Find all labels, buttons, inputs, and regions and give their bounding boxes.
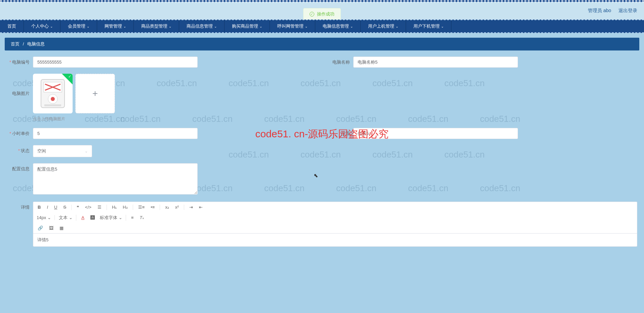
logout-link[interactable]: 退出登录	[618, 8, 637, 13]
upload-hint: 点击上传电脑图片	[33, 116, 198, 122]
chevron-down-icon: ⌄	[47, 215, 51, 220]
hour-price-label: 小时单价	[7, 128, 33, 137]
quote-button[interactable]: ❝	[76, 204, 80, 210]
ol-button[interactable]: ☰≡	[137, 204, 146, 210]
format-select[interactable]: 标准字体 ⌄	[100, 215, 126, 221]
breadcrumb-separator: /	[23, 41, 24, 46]
hour-price-input[interactable]	[33, 128, 198, 139]
header-bar: ✓ 操作成功 管理员 abo 退出登录	[0, 2, 644, 20]
nav-item-7[interactable]: 呼叫网管管理⌄	[270, 20, 315, 32]
status-value: 空闲	[37, 148, 46, 154]
chevron-down-icon: ⌄	[85, 149, 88, 153]
chevron-down-icon: ⌄	[87, 25, 89, 28]
svg-rect-6	[44, 104, 61, 106]
chevron-down-icon: ⌄	[123, 25, 126, 28]
computer-no-input[interactable]	[33, 57, 198, 68]
header-links: 管理员 abo 退出登录	[582, 8, 637, 14]
computer-name-input[interactable]	[353, 57, 518, 68]
bg-color-button[interactable]: 🅰	[89, 214, 96, 221]
toast-text: 操作成功	[317, 11, 334, 17]
indent-button[interactable]: ⇥	[188, 204, 194, 210]
svg-point-5	[51, 97, 55, 101]
h2-button[interactable]: H₂	[122, 204, 128, 210]
codeblock-button[interactable]: ☰	[96, 204, 103, 210]
font-size-select[interactable]: 14px ⌄	[37, 215, 55, 220]
main-nav: 首页个人中心⌄会员管理⌄网管管理⌄商品类型管理⌄商品信息管理⌄购买商品管理⌄呼叫…	[0, 20, 644, 33]
computer-image-label: 电脑图片	[7, 74, 33, 97]
status-label: 状态	[7, 145, 33, 154]
breadcrumb: 首页 / 电脑信息	[5, 38, 639, 50]
chevron-down-icon: ⌄	[50, 25, 53, 28]
font-family-select[interactable]: 文本 ⌄	[59, 215, 76, 221]
subscript-button[interactable]: x₂	[164, 204, 170, 210]
nav-item-3[interactable]: 网管管理⌄	[97, 20, 134, 32]
status-select[interactable]: 空闲 ⌄	[33, 145, 92, 157]
nav-item-8[interactable]: 电脑信息管理⌄	[315, 20, 361, 32]
chevron-down-icon: ⌄	[441, 25, 444, 28]
check-icon: ✓	[68, 74, 71, 79]
italic-button[interactable]: I	[46, 204, 49, 210]
success-check-icon: ✓	[310, 12, 314, 16]
form: 电脑编号 电脑名称 电脑图片 ✓	[5, 57, 639, 247]
computer-name-label: 电脑名称	[327, 57, 353, 65]
success-toast: ✓ 操作成功	[303, 8, 341, 20]
config-info-textarea[interactable]: 配置信息5	[33, 163, 198, 195]
nav-item-9[interactable]: 用户上机管理⌄	[361, 20, 406, 32]
align-button[interactable]: ≡	[130, 214, 135, 221]
strike-button[interactable]: S	[62, 204, 67, 210]
detail-editor[interactable]: 详情5	[33, 233, 637, 247]
chevron-down-icon: ⌄	[169, 25, 171, 28]
outdent-button[interactable]: ⇤	[198, 204, 204, 210]
superscript-button[interactable]: x²	[174, 204, 180, 210]
editor-toolbar: B I U S ❝ </> ☰ H₁ H₂ ☰≡	[33, 202, 637, 233]
breadcrumb-current: 电脑信息	[27, 41, 45, 46]
add-image-button[interactable]: +	[75, 74, 115, 113]
nav-item-10[interactable]: 用户下机管理⌄	[406, 20, 451, 32]
nav-item-0[interactable]: 首页	[0, 20, 24, 32]
chevron-down-icon: ⌄	[69, 215, 73, 220]
image-button[interactable]: 🖼	[48, 225, 54, 231]
bold-button[interactable]: B	[37, 204, 42, 210]
clear-format-button[interactable]: Tₓ	[138, 214, 145, 221]
breadcrumb-home[interactable]: 首页	[11, 41, 19, 46]
h1-button[interactable]: H₁	[111, 204, 118, 210]
font-color-button[interactable]: A	[80, 214, 85, 221]
nav-item-5[interactable]: 商品信息管理⌄	[179, 20, 225, 32]
nav-item-2[interactable]: 会员管理⌄	[61, 20, 97, 32]
upload-zone: ✓	[33, 74, 198, 113]
nav-item-6[interactable]: 购买商品管理⌄	[225, 20, 270, 32]
code-button[interactable]: </>	[84, 204, 92, 210]
position-label: 位置	[327, 128, 353, 137]
computer-no-label: 电脑编号	[7, 57, 33, 65]
uploaded-image-card[interactable]: ✓	[33, 74, 73, 113]
chevron-down-icon: ⌄	[305, 25, 308, 28]
detail-label: 详情	[7, 202, 33, 247]
chevron-down-icon: ⌄	[214, 25, 217, 28]
ul-button[interactable]: •≡	[150, 204, 156, 210]
chevron-down-icon: ⌄	[119, 215, 122, 220]
position-input[interactable]	[353, 128, 518, 139]
nav-item-4[interactable]: 商品类型管理⌄	[134, 20, 179, 32]
chevron-down-icon: ⌄	[350, 25, 353, 28]
chevron-down-icon: ⌄	[259, 25, 262, 28]
config-info-label: 配置信息	[7, 163, 33, 172]
video-button[interactable]: ▦	[58, 225, 65, 231]
chevron-down-icon: ⌄	[396, 25, 398, 28]
nav-item-1[interactable]: 个人中心⌄	[24, 20, 61, 32]
admin-link[interactable]: 管理员 abo	[588, 8, 611, 13]
link-button[interactable]: 🔗	[37, 225, 44, 231]
underline-button[interactable]: U	[53, 204, 58, 210]
plus-icon: +	[92, 88, 98, 99]
